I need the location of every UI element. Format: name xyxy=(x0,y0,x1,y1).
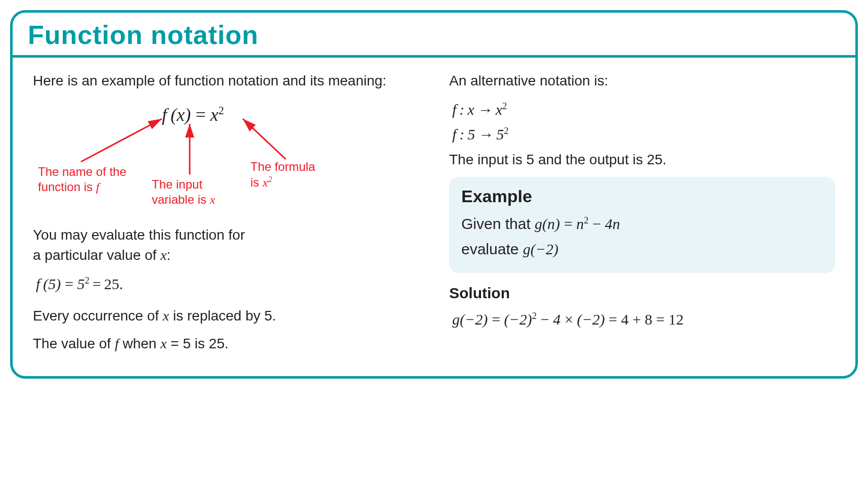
solution-header: Solution xyxy=(449,282,835,304)
value-it1: f xyxy=(115,336,119,351)
ex-given-c: − 4n xyxy=(589,215,620,232)
ann-name-l2a: function is xyxy=(38,180,96,194)
replace-text: Every occurrence of x is replaced by 5. xyxy=(33,306,419,327)
ann-formula-l2-exp: 2 xyxy=(268,174,272,184)
ann-input-l2b: x xyxy=(210,193,215,206)
eval-intro-l2b: x xyxy=(160,247,166,263)
card-title: Function notation xyxy=(28,20,840,50)
example-evaluate: evaluate g(−2) xyxy=(461,238,823,260)
svg-line-0 xyxy=(81,119,162,162)
sol-exp: 2 xyxy=(532,310,537,321)
right-column: An alternative notation is: f : x → x2 f… xyxy=(449,67,835,361)
alt-intro: An alternative notation is: xyxy=(449,71,835,91)
svg-line-2 xyxy=(243,119,286,159)
title-bar: Function notation xyxy=(13,13,855,58)
ex-given-b: g(n) = n xyxy=(535,215,584,232)
ann-name-l2b: f xyxy=(96,180,100,194)
eval-intro-l2a: a particular value of xyxy=(33,247,160,263)
value-b: when xyxy=(119,336,161,351)
sol-c: = 4 + 8 = 12 xyxy=(605,311,684,328)
alt-line1-a: f : x → x xyxy=(452,101,502,118)
eval-equation: f (5) = 52 = 25. xyxy=(36,273,419,295)
eval-intro: You may evaluate this function for a par… xyxy=(33,225,419,266)
sol-a: g(−2) = (−2) xyxy=(452,311,532,328)
alt-output-text: The input is 5 and the output is 25. xyxy=(449,150,835,170)
eval-eq-exp: 2 xyxy=(85,275,90,286)
alt-line2-exp: 2 xyxy=(504,125,508,136)
value-text: The value of f when x = 5 is 25. xyxy=(33,334,419,354)
eval-intro-l2c: : xyxy=(167,247,171,263)
sol-b: − 4 × (−2) xyxy=(537,311,605,328)
replace-it: x xyxy=(163,308,169,324)
replace-b: is replaced by 5. xyxy=(169,308,276,324)
ex-eval-a: evaluate xyxy=(461,241,523,257)
solution-line: g(−2) = (−2)2 − 4 × (−2) = 4 + 8 = 12 xyxy=(452,308,835,331)
annotated-formula-diagram: f (x) = x2 The name of the function is f xyxy=(33,99,419,215)
alt-line1-exp: 2 xyxy=(502,101,507,111)
example-box: Example Given that g(n) = n2 − 4n evalua… xyxy=(449,177,835,273)
content-area: Here is an example of function notation … xyxy=(13,58,855,376)
ex-eval-b: g(−2) xyxy=(523,241,558,257)
eval-intro-l1: You may evaluate this function for xyxy=(33,227,245,243)
alt-line1: f : x → x2 xyxy=(452,99,835,121)
annotation-function-name: The name of the function is f xyxy=(38,164,126,195)
ann-formula-l2b: x xyxy=(263,176,268,189)
ann-input-l2a: variable is xyxy=(152,193,210,206)
value-a: The value of xyxy=(33,336,115,351)
example-header: Example xyxy=(461,184,823,209)
ex-given-a: Given that xyxy=(461,215,535,232)
ann-name-l1: The name of the xyxy=(38,165,126,178)
value-c: = 5 is 25. xyxy=(167,336,229,351)
eval-eq-b: = 25. xyxy=(90,276,123,292)
value-it2: x xyxy=(160,336,166,351)
ex-given-exp: 2 xyxy=(584,215,588,225)
alt-line2-a: f : 5 → 5 xyxy=(452,126,504,143)
left-column: Here is an example of function notation … xyxy=(33,67,419,361)
alt-line2: f : 5 → 52 xyxy=(452,123,835,146)
arrow-overlay xyxy=(33,99,417,215)
intro-text: Here is an example of function notation … xyxy=(33,71,419,91)
annotation-input-variable: The input variable is x xyxy=(152,177,215,207)
ann-input-l1: The input xyxy=(152,177,202,191)
annotation-formula: The formula is x2 xyxy=(250,159,315,190)
replace-a: Every occurrence of xyxy=(33,308,163,324)
ann-formula-l2a: is xyxy=(250,175,263,189)
function-notation-card: Function notation Here is an example of … xyxy=(10,10,858,379)
example-given: Given that g(n) = n2 − 4n xyxy=(461,213,823,235)
ann-formula-l1: The formula xyxy=(250,160,315,173)
eval-eq-a: f (5) = 5 xyxy=(36,276,85,292)
